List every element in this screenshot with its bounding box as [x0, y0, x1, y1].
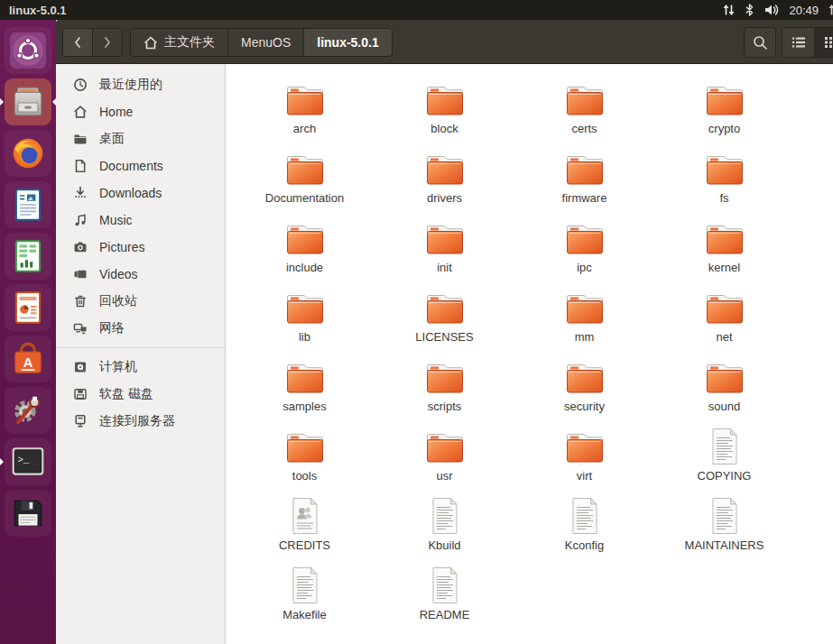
folder-icon	[564, 355, 606, 399]
file-item-kernel[interactable]: kernel	[654, 216, 794, 286]
list-view-icon	[791, 36, 806, 49]
breadcrumb-linux-5.0.1[interactable]: linux-5.0.1	[304, 29, 391, 56]
ubuntu-launcher[interactable]	[5, 27, 51, 74]
file-item-Kconfig[interactable]: Kconfig	[514, 494, 654, 564]
libreoffice-impress[interactable]	[5, 284, 51, 331]
terminal[interactable]: >_	[5, 438, 51, 485]
search-button[interactable]	[744, 27, 776, 58]
sidebar-item-desktop[interactable]: 桌面	[56, 125, 225, 152]
firefox-icon	[9, 134, 47, 172]
sidebar-item-floppy-disk[interactable]: 软盘 磁盘	[56, 381, 225, 408]
file-label: tools	[292, 469, 317, 483]
folder-icon	[424, 216, 466, 260]
system-status-area[interactable]: 20:49	[722, 0, 833, 20]
folder-icon	[564, 216, 606, 260]
search-icon	[753, 35, 768, 51]
text-file-icon	[569, 494, 601, 538]
calc-icon	[9, 237, 47, 275]
settings-icon	[9, 391, 47, 429]
libreoffice-writer[interactable]	[5, 181, 51, 228]
file-item-firmware[interactable]: firmware	[514, 147, 654, 216]
sidebar-item-label: 连接到服务器	[99, 413, 175, 429]
folder-icon	[424, 147, 466, 190]
file-item-Kbuild[interactable]: Kbuild	[375, 494, 514, 564]
sidebar-item-connect-server[interactable]: 连接到服务器	[56, 408, 225, 435]
file-item-MAINTAINERS[interactable]: MAINTAINERS	[654, 494, 794, 564]
file-label: scripts	[428, 400, 462, 413]
sidebar-item-home[interactable]: Home	[56, 98, 225, 125]
running-indicator	[0, 458, 4, 465]
sidebar-item-videos[interactable]: Videos	[56, 261, 225, 288]
sidebar-item-label: Home	[99, 105, 133, 119]
folder-icon	[424, 355, 466, 399]
file-item-sound[interactable]: sound	[654, 355, 794, 425]
grid-view-button[interactable]	[815, 28, 833, 57]
file-item-block[interactable]: block	[375, 78, 514, 147]
music-icon	[73, 213, 88, 227]
sidebar-item-label: 软盘 磁盘	[99, 386, 153, 402]
file-item-COPYING[interactable]: COPYING	[654, 425, 794, 494]
ubuntu-software[interactable]: A	[5, 336, 51, 382]
file-item-security[interactable]: security	[514, 355, 654, 425]
file-item-fs[interactable]: fs	[654, 147, 794, 216]
folder-icon	[704, 286, 745, 329]
file-item-ipc[interactable]: ipc	[514, 216, 654, 286]
sidebar-item-music[interactable]: Music	[56, 207, 225, 234]
file-item-tools[interactable]: tools	[235, 425, 375, 494]
file-item-net[interactable]: net	[654, 286, 794, 355]
file-item-scripts[interactable]: scripts	[375, 355, 514, 425]
sidebar-item-network[interactable]: 网络	[56, 315, 225, 342]
sidebar-item-trash[interactable]: 回收站	[56, 288, 225, 315]
sidebar-item-recent[interactable]: 最近使用的	[56, 71, 225, 98]
file-item-usr[interactable]: usr	[375, 425, 514, 494]
file-item-lib[interactable]: lib	[235, 286, 375, 355]
file-item-Documentation[interactable]: Documentation	[235, 147, 375, 216]
floppy-volume[interactable]	[5, 490, 51, 537]
file-item-certs[interactable]: certs	[514, 78, 654, 147]
file-item-README[interactable]: README	[375, 564, 514, 633]
clock-icon	[73, 78, 88, 92]
back-button[interactable]	[63, 29, 93, 56]
forward-button[interactable]	[93, 29, 122, 56]
sidebar-item-label: Music	[99, 213, 133, 227]
breadcrumb-home-folder[interactable]: 主文件夹	[131, 29, 228, 56]
file-item-drivers[interactable]: drivers	[375, 147, 514, 216]
file-item-mm[interactable]: mm	[514, 286, 654, 355]
file-label: crypto	[708, 122, 740, 135]
file-item-CREDITS[interactable]: CREDITS	[235, 494, 375, 564]
system-settings[interactable]	[5, 387, 51, 434]
file-item-LICENSES[interactable]: LICENSES	[375, 286, 514, 355]
file-item-crypto[interactable]: crypto	[654, 78, 794, 147]
camera-icon	[73, 240, 88, 254]
view-toggle	[782, 27, 833, 58]
file-item-samples[interactable]: samples	[235, 355, 375, 425]
firefox[interactable]	[5, 130, 51, 177]
breadcrumb-menuos[interactable]: MenuOS	[228, 29, 304, 56]
sidebar-item-label: 桌面	[99, 131, 125, 147]
sidebar-item-documents[interactable]: Documents	[56, 152, 225, 179]
files-app[interactable]	[5, 78, 51, 125]
file-label: Documentation	[265, 191, 344, 205]
chevron-right-icon	[103, 36, 112, 49]
file-label: kernel	[708, 261, 740, 274]
file-item-Makefile[interactable]: Makefile	[235, 564, 375, 633]
file-item-include[interactable]: include	[235, 216, 375, 286]
file-label: fs	[719, 191, 728, 205]
folder-icon	[564, 78, 606, 121]
home-icon	[73, 105, 88, 119]
sidebar-item-downloads[interactable]: Downloads	[56, 179, 225, 207]
libreoffice-calc[interactable]	[5, 233, 51, 280]
list-view-button[interactable]	[782, 28, 815, 57]
file-item-arch[interactable]: arch	[235, 78, 375, 147]
file-item-virt[interactable]: virt	[514, 425, 654, 494]
sidebar-item-pictures[interactable]: Pictures	[56, 234, 225, 261]
home-icon	[143, 36, 158, 50]
file-label: Makefile	[282, 608, 326, 621]
folder-icon	[704, 78, 745, 121]
file-label: COPYING	[698, 469, 752, 483]
window-body: 最近使用的Home桌面DocumentsDownloadsMusicPictur…	[56, 64, 833, 644]
breadcrumb-label: linux-5.0.1	[317, 35, 378, 50]
sidebar-item-computer[interactable]: 计算机	[56, 354, 225, 381]
file-item-init[interactable]: init	[375, 216, 514, 286]
text-file-icon	[429, 564, 461, 607]
